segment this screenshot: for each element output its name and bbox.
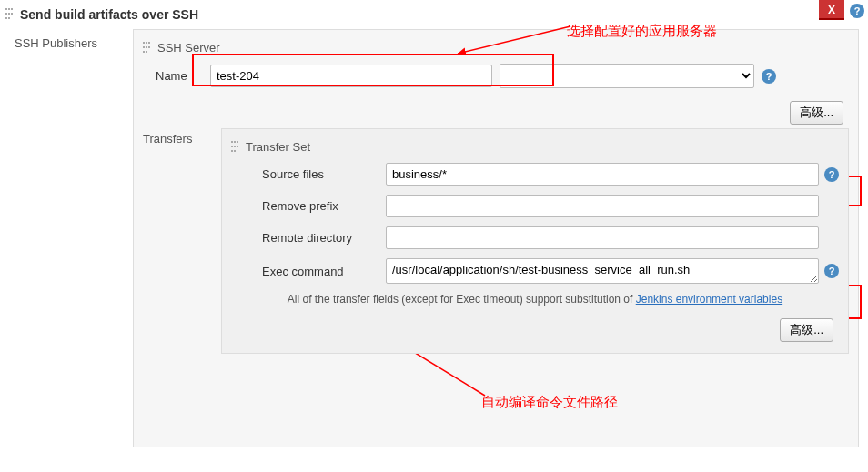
source-files-label: Source files: [262, 167, 377, 181]
ssh-advanced-button[interactable]: 高级...: [790, 101, 843, 125]
transfer-set-legend: Transfer Set: [246, 140, 310, 154]
remove-prefix-label: Remove prefix: [262, 199, 377, 213]
drag-handle-icon: [231, 141, 240, 154]
section-title: Send build artifacts over SSH: [20, 7, 198, 22]
help-icon-source[interactable]: ?: [824, 167, 839, 182]
server-name-select[interactable]: [500, 64, 754, 88]
env-vars-link[interactable]: Jenkins environment variables: [636, 293, 782, 306]
help-icon-exec[interactable]: ?: [824, 264, 839, 278]
ssh-server-legend: SSH Server: [157, 41, 220, 55]
right-border: [863, 35, 868, 467]
transfers-label: Transfers: [143, 128, 210, 354]
remote-dir-label: Remote directory: [262, 231, 377, 245]
transfer-advanced-button[interactable]: 高级...: [780, 318, 833, 342]
help-icon-top[interactable]: ?: [850, 4, 864, 18]
help-icon-name[interactable]: ?: [762, 69, 776, 84]
name-label: Name: [156, 69, 199, 83]
exec-cmd-label: Exec command: [262, 265, 377, 278]
transfer-note: All of the transfer fields (except for E…: [231, 293, 839, 306]
drag-handle-icon: [5, 8, 15, 21]
remove-prefix-input[interactable]: [386, 195, 819, 217]
server-name-input[interactable]: [210, 65, 492, 87]
drag-handle-icon: [143, 42, 152, 55]
remote-dir-input[interactable]: [386, 226, 819, 249]
annotation-3: 自动编译命令文件路径: [481, 394, 618, 411]
source-files-input[interactable]: [386, 163, 819, 186]
exec-cmd-textarea[interactable]: [386, 258, 819, 284]
close-button[interactable]: X: [819, 0, 844, 20]
ssh-publishers-label: SSH Publishers: [15, 36, 120, 50]
